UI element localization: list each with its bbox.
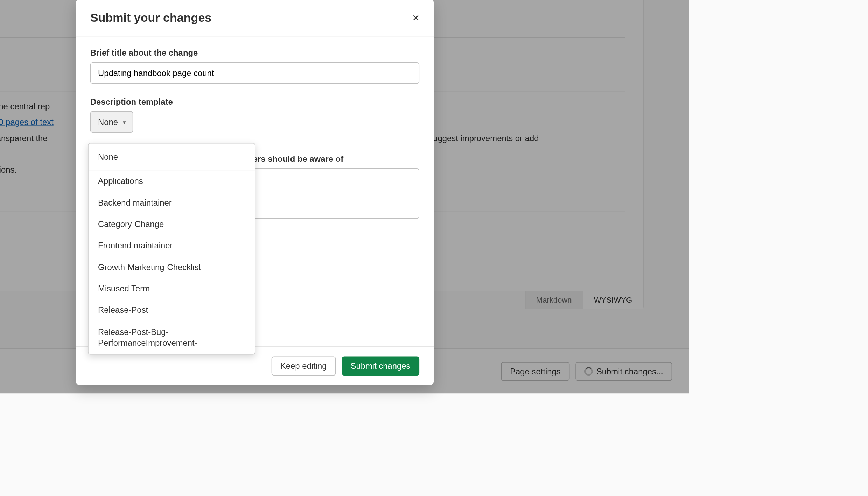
template-option[interactable]: Misused Term [89, 278, 255, 299]
template-field-label: Description template [90, 97, 419, 106]
template-select[interactable]: None ▾ [90, 111, 133, 133]
submit-changes-button[interactable]: Submit changes [342, 357, 419, 376]
template-option[interactable]: Applications [89, 170, 255, 192]
template-dropdown: None Applications Backend maintainer Cat… [88, 143, 255, 355]
template-option[interactable]: Release-Post-Bug-PerformanceImprovement- [89, 321, 255, 354]
title-field-label: Brief title about the change [90, 48, 419, 57]
template-option[interactable]: Category-Change [89, 213, 255, 235]
modal-title: Submit your changes [90, 11, 211, 25]
keep-editing-button[interactable]: Keep editing [271, 357, 336, 376]
template-option-none[interactable]: None [89, 144, 255, 171]
close-icon[interactable]: × [412, 11, 419, 25]
change-title-input[interactable] [90, 62, 419, 84]
template-option[interactable]: Frontend maintainer [89, 235, 255, 256]
template-option[interactable]: Growth-Marketing-Checklist [89, 256, 255, 277]
description-field-label: wers should be aware of [246, 154, 419, 164]
template-option[interactable]: Release-Post [89, 299, 255, 321]
chevron-down-icon: ▾ [123, 119, 126, 125]
description-textarea[interactable] [246, 168, 419, 219]
template-option[interactable]: Backend maintainer [89, 192, 255, 213]
